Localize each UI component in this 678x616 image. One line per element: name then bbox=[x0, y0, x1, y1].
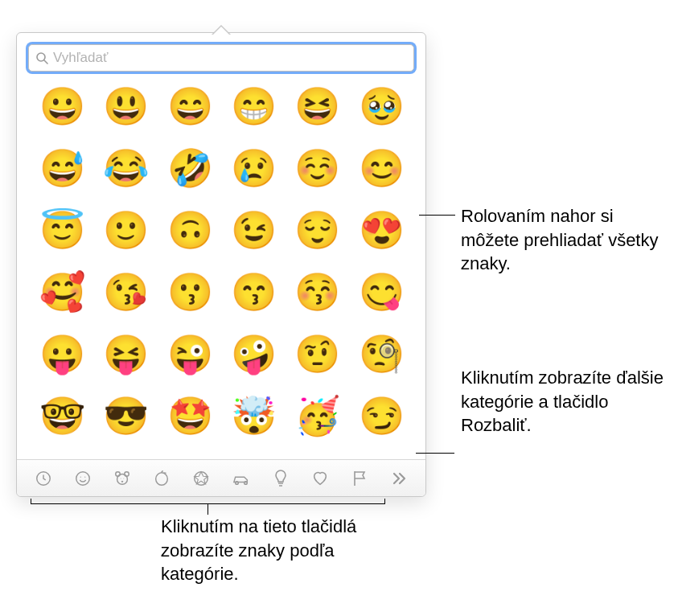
category-tab-animals[interactable] bbox=[102, 460, 142, 496]
emoji-item[interactable]: ☺️ bbox=[290, 150, 345, 194]
clock-icon bbox=[35, 470, 52, 487]
emoji-item[interactable]: 😜 bbox=[162, 335, 218, 380]
emoji-item[interactable]: 😍 bbox=[354, 211, 409, 256]
emoji-item[interactable]: 😗 bbox=[162, 273, 218, 318]
emoji-item[interactable]: 😏 bbox=[354, 397, 409, 441]
callout-more: Kliknutím zobrazíte ďalšie kategórie a t… bbox=[461, 366, 670, 437]
search-input[interactable] bbox=[53, 45, 413, 71]
emoji-item[interactable]: 😉 bbox=[226, 211, 281, 256]
category-tab-flags[interactable] bbox=[340, 460, 380, 496]
svg-point-10 bbox=[123, 478, 124, 478]
travel-icon bbox=[231, 470, 252, 487]
emoji-item[interactable]: 🥰 bbox=[35, 273, 90, 318]
emoji-item[interactable]: 😛 bbox=[35, 335, 90, 380]
svg-point-12 bbox=[235, 481, 238, 484]
emoji-item[interactable]: 🙃 bbox=[162, 211, 218, 256]
callout-bracket bbox=[208, 503, 208, 515]
emoji-item[interactable]: 🙂 bbox=[98, 211, 154, 256]
category-tab-symbols[interactable] bbox=[300, 460, 339, 496]
emoji-item[interactable]: 😆 bbox=[290, 88, 345, 132]
emoji-item[interactable]: 🤯 bbox=[226, 397, 281, 441]
animal-icon bbox=[113, 470, 132, 487]
flag-icon bbox=[351, 469, 368, 488]
callout-scroll: Rolovaním nahor si môžete prehliadať vše… bbox=[461, 204, 662, 276]
emoji-item[interactable]: 🥳 bbox=[290, 397, 345, 441]
callout-leader bbox=[416, 453, 454, 454]
category-tab-objects[interactable] bbox=[261, 460, 300, 496]
category-tab-activity[interactable] bbox=[182, 460, 221, 496]
emoji-item[interactable]: 😝 bbox=[98, 335, 154, 380]
emoji-item[interactable]: 🧐 bbox=[354, 335, 409, 380]
emoji-item[interactable]: 🤣 bbox=[162, 150, 218, 194]
emoji-item[interactable]: 🤩 bbox=[162, 397, 218, 441]
smiley-icon bbox=[74, 470, 92, 487]
chevron-double-right-icon bbox=[391, 471, 407, 486]
emoji-item[interactable]: 😀 bbox=[35, 88, 90, 132]
category-tab-travel[interactable] bbox=[221, 460, 261, 496]
search-icon bbox=[35, 51, 48, 64]
emoji-item[interactable]: 😇 bbox=[35, 211, 90, 256]
emoji-item[interactable]: 😚 bbox=[290, 273, 345, 318]
emoji-item[interactable]: 😢 bbox=[226, 150, 281, 194]
emoji-item[interactable]: 😊 bbox=[354, 150, 409, 194]
svg-point-9 bbox=[121, 478, 121, 478]
emoji-item[interactable]: 🥹 bbox=[354, 88, 409, 132]
emoji-item[interactable]: 🤓 bbox=[35, 397, 90, 441]
svg-point-4 bbox=[80, 476, 80, 477]
search-wrap bbox=[17, 33, 425, 78]
category-tab-food[interactable] bbox=[142, 460, 182, 496]
emoji-grid[interactable]: 😀😃😄😁😆🥹😅😂🤣😢☺️😊😇🙂🙃😉😌😍🥰😘😗😙😚😋😛😝😜🤪🤨🧐🤓😎🤩🤯🥳😏 bbox=[17, 78, 425, 448]
heart-icon bbox=[311, 470, 329, 487]
svg-point-13 bbox=[244, 481, 247, 484]
svg-line-1 bbox=[44, 60, 47, 64]
emoji-item[interactable]: 😘 bbox=[98, 273, 154, 318]
emoji-item[interactable]: 😂 bbox=[98, 150, 154, 194]
emoji-item[interactable]: 😋 bbox=[354, 273, 409, 318]
svg-point-5 bbox=[84, 476, 85, 477]
category-tab-recent[interactable] bbox=[23, 460, 63, 496]
emoji-item[interactable]: 😄 bbox=[162, 88, 218, 132]
objects-icon bbox=[273, 469, 289, 488]
callout-bracket bbox=[384, 499, 385, 504]
category-tab-more[interactable] bbox=[380, 460, 419, 496]
emoji-item[interactable]: 🤪 bbox=[226, 335, 281, 380]
category-tabbar bbox=[17, 459, 425, 496]
emoji-item[interactable]: 😙 bbox=[226, 273, 281, 318]
svg-point-3 bbox=[76, 471, 90, 485]
activity-icon bbox=[192, 470, 210, 487]
callout-categories: Kliknutím na tieto tlačidlá zobrazíte zn… bbox=[161, 515, 386, 586]
emoji-item[interactable]: 😁 bbox=[226, 88, 281, 132]
food-icon bbox=[153, 470, 171, 487]
emoji-picker-panel: 😀😃😄😁😆🥹😅😂🤣😢☺️😊😇🙂🙃😉😌😍🥰😘😗😙😚😋😛😝😜🤪🤨🧐🤓😎🤩🤯🥳😏 bbox=[16, 32, 426, 497]
callout-bracket bbox=[31, 499, 31, 504]
emoji-item[interactable]: 😌 bbox=[290, 211, 345, 256]
emoji-item[interactable]: 🤨 bbox=[290, 335, 345, 380]
emoji-item[interactable]: 😃 bbox=[98, 88, 154, 132]
callout-leader bbox=[419, 215, 455, 216]
emoji-item[interactable]: 😎 bbox=[98, 397, 154, 441]
category-tab-smileys[interactable] bbox=[63, 460, 102, 496]
emoji-item[interactable]: 😅 bbox=[35, 150, 90, 194]
search-field[interactable] bbox=[28, 44, 414, 72]
